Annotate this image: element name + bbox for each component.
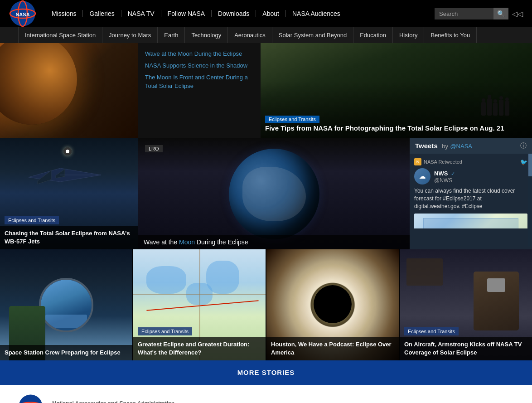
tweet-map-image — [414, 214, 527, 228]
avatar-initials: ☁ — [419, 173, 426, 180]
wave-title-link[interactable]: Moon — [179, 238, 195, 246]
subnav-aeronautics[interactable]: Aeronautics — [228, 27, 272, 43]
article-link-1[interactable]: Wave at the Moon During the Eclipse — [145, 50, 254, 58]
planet-decoration — [0, 43, 77, 125]
svg-point-7 — [19, 395, 43, 403]
card2-title: Greatest Eclipse and Greatest Duration: … — [133, 337, 266, 360]
bottom-row: Space Station Crew Preparing for Eclipse… — [0, 249, 532, 360]
tweet-names: NWS ✓ @NWS — [434, 169, 455, 184]
scrollbar-track — [528, 154, 532, 247]
svg-point-6 — [314, 285, 352, 323]
feature-title: Five Tips from NASA for Photographing th… — [261, 124, 532, 136]
svg-text:NASA: NASA — [15, 12, 29, 17]
iss-image — [0, 249, 132, 360]
map-lake1 — [146, 266, 186, 294]
feature-badge: Eclipses and Transits — [265, 116, 319, 123]
card-badge-mid-left: Eclipses and Transits — [5, 216, 59, 224]
book-shape — [406, 258, 443, 286]
people-silhouette — [481, 95, 509, 116]
subnav-iss[interactable]: International Space Station — [18, 27, 102, 43]
subnav-mars[interactable]: Journey to Mars — [102, 27, 158, 43]
retweet-text: NASA Retweeted — [424, 159, 462, 165]
nasa-logo[interactable]: NASA — [9, 0, 36, 27]
person-aircraft — [474, 272, 519, 330]
tweet-scroll-area: N NASA Retweeted 🐦 ☁ NWS ✓ — [410, 154, 532, 247]
nav-about[interactable]: About — [256, 10, 286, 17]
footer-top: NASA National Aeronautics and Space Admi… — [18, 394, 514, 403]
tweet-avatar: ☁ — [414, 168, 430, 185]
more-stories-link[interactable]: MORE STORIES — [237, 369, 295, 376]
retweet-label: N NASA Retweeted 🐦 — [414, 158, 527, 165]
subnav-benefits[interactable]: Benefits to You — [424, 27, 477, 43]
card4-badge: Eclipses and Transits — [404, 327, 459, 335]
tweets-by: by — [442, 143, 448, 150]
tweet-content-area: N NASA Retweeted 🐦 ☁ NWS ✓ — [410, 154, 532, 228]
wave-title-post: During the Eclipse — [195, 238, 248, 246]
iss-window — [39, 278, 93, 332]
eclipse-plane-card[interactable]: Eclipses and Transits Chasing the Total … — [0, 138, 138, 249]
bottom-card-aircraft[interactable]: Eclipses and Transits On Aircraft, Armst… — [400, 249, 532, 360]
subnav-history[interactable]: History — [393, 27, 424, 43]
main-nav: Missions Galleries NASA TV Follow NASA D… — [45, 10, 435, 17]
share-button[interactable]: ◁◁ — [512, 10, 523, 18]
card3-title: Houston, We Have a Podcast: Eclipse Over… — [266, 337, 399, 360]
footer: NASA National Aeronautics and Space Admi… — [0, 385, 532, 403]
top-center-panel: Wave at the Moon During the Eclipse NASA… — [138, 43, 261, 138]
tweets-container: Tweets by @NASA ⓘ N NASA Retweeted 🐦 — [410, 138, 532, 249]
nav-downloads[interactable]: Downloads — [212, 10, 256, 17]
search-button[interactable]: 🔍 — [493, 8, 508, 19]
earth-globe — [229, 149, 319, 239]
tweet-user-handle: @NWS — [434, 177, 455, 184]
card-title-mid-left: Chasing the Total Solar Eclipse from NAS… — [0, 226, 138, 249]
subnav-technology[interactable]: Technology — [185, 27, 228, 43]
tweet-user: ☁ NWS ✓ @NWS — [414, 168, 527, 185]
bottom-card-iss[interactable]: Space Station Crew Preparing for Eclipse — [0, 249, 133, 360]
nav-nasa-audiences[interactable]: NASA Audiences — [286, 10, 347, 17]
nav-nasa-tv[interactable]: NASA TV — [121, 10, 161, 17]
header: NASA Missions Galleries NASA TV Follow N… — [0, 0, 532, 27]
subnav-education[interactable]: Education — [353, 27, 393, 43]
wave-title-pre: Wave at the — [144, 238, 179, 246]
tweets-panel: Tweets by @NASA ⓘ N NASA Retweeted 🐦 — [410, 138, 532, 249]
lro-badge: LRO — [145, 145, 163, 152]
nav-missions[interactable]: Missions — [45, 10, 83, 17]
tweets-info-icon: ⓘ — [520, 142, 527, 150]
nav-follow-nasa[interactable]: Follow NASA — [161, 10, 212, 17]
plane-svg — [24, 155, 115, 200]
top-left-image — [0, 43, 138, 138]
tweets-handle[interactable]: @NASA — [450, 143, 472, 150]
card1-title: Space Station Crew Preparing for Eclipse — [0, 345, 132, 360]
article-link-3[interactable]: The Moon Is Front and Center During a To… — [145, 73, 254, 90]
main-content: Wave at the Moon During the Eclipse NASA… — [0, 43, 532, 360]
subnav-solar-system[interactable]: Solar System and Beyond — [272, 27, 353, 43]
more-stories-bar[interactable]: MORE STORIES — [0, 360, 532, 385]
earth-card[interactable]: LRO Wave at the Moon During the Eclipse — [138, 138, 410, 249]
feature-image: Eclipses and Transits Five Tips from NAS… — [261, 43, 532, 138]
bottom-card-map[interactable]: Eclipses and Transits Greatest Eclipse a… — [133, 249, 266, 360]
tweets-header: Tweets by @NASA ⓘ — [410, 138, 532, 154]
org-name: National Aeronautics and Space Administr… — [52, 400, 174, 403]
scrollbar-thumb[interactable] — [528, 154, 532, 176]
corona-svg — [287, 259, 378, 350]
card4-title: On Aircraft, Armstrong Kicks off NASA TV… — [400, 337, 532, 360]
bottom-card-corona[interactable]: Houston, We Have a Podcast: Eclipse Over… — [266, 249, 400, 360]
twitter-bird-icon: 🐦 — [520, 159, 527, 165]
verified-icon: ✓ — [451, 171, 455, 176]
top-row: Wave at the Moon During the Eclipse NASA… — [0, 43, 532, 138]
tweet-user-name: NWS — [434, 170, 448, 177]
tweet-text: You can always find the latest cloud cov… — [414, 187, 527, 210]
tweets-title: Tweets — [415, 142, 438, 150]
top-right-feature[interactable]: Eclipses and Transits Five Tips from NAS… — [261, 43, 532, 138]
sub-nav: International Space Station Journey to M… — [0, 27, 532, 43]
search-input[interactable] — [435, 8, 493, 19]
nav-galleries[interactable]: Galleries — [83, 10, 121, 17]
mid-row: Eclipses and Transits Chasing the Total … — [0, 138, 532, 249]
footer-logo: NASA — [18, 394, 43, 403]
article-link-2[interactable]: NASA Supports Science in the Shadow — [145, 62, 254, 70]
search-area: 🔍 ◁◁ — [435, 8, 523, 19]
map-lake3 — [206, 261, 239, 294]
card2-badge: Eclipses and Transits — [138, 327, 192, 335]
subnav-earth[interactable]: Earth — [158, 27, 185, 43]
footer-info: National Aeronautics and Space Administr… — [52, 400, 174, 403]
nasa-retweet-icon: N — [414, 158, 421, 165]
